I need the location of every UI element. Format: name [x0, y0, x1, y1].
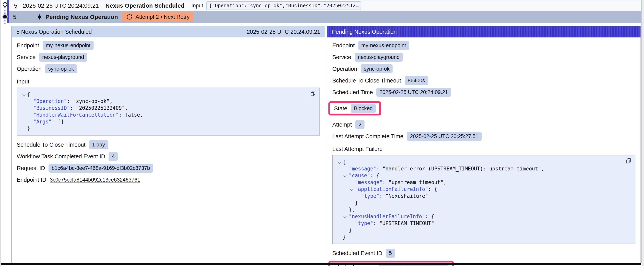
json-text: {: [343, 159, 346, 165]
input-section-label: Input: [17, 78, 320, 85]
event-detail-panels: 5 Nexus Operation Scheduled 2025-02-25 U…: [11, 26, 641, 263]
json-key: "HandlerWaitForCancellation": [33, 112, 119, 118]
json-line: {: [336, 159, 631, 165]
right-panel-body: Endpoint my-nexus-endpoint Service nexus…: [327, 38, 640, 266]
json-text: },: [336, 207, 355, 212]
left-panel-timestamp: 2025-02-25 UTC 20:24:09.21: [247, 29, 320, 35]
field-value-chip: sync-op-ok: [360, 64, 392, 73]
collapse-caret-icon[interactable]: [336, 159, 343, 165]
event-title: Pending Nexus Operation: [46, 14, 118, 20]
json-text: [336, 193, 361, 199]
json-line: "applicationFailureInfo": {: [336, 186, 631, 193]
field-value-chip: 2025-02-25 UTC 20:24:09.21: [376, 88, 451, 97]
json-line: "BusinessID": "20250225122409",: [21, 105, 316, 112]
field-label: Request ID: [17, 165, 45, 171]
left-panel-body: Endpoint my-nexus-endpoint Service nexus…: [12, 38, 325, 263]
bottom-divider-line: [1, 263, 641, 265]
field-label: Operation: [332, 66, 357, 72]
json-key: "applicationFailureInfo": [355, 186, 428, 192]
json-line: "nexusHandlerFailureInfo": {: [336, 213, 631, 220]
field-label: Scheduled Time: [332, 89, 373, 96]
copy-button[interactable]: [310, 90, 316, 97]
failure-json-block: { "message": "handler error (UPSTREAM_TI…: [332, 155, 636, 244]
field-value-chip: my-nexus-endpoint: [358, 41, 409, 50]
timeline-selection-bar: [7, 1, 9, 23]
copy-button[interactable]: [625, 158, 632, 164]
field-value-chip: 4: [108, 152, 118, 161]
field-value-chip: nexus-playground: [355, 53, 403, 62]
json-text: }: [336, 200, 358, 206]
json-text: }: [336, 234, 346, 240]
json-text: [21, 112, 33, 118]
json-line: }: [21, 125, 316, 132]
field-operation: Operation sync-op-ok: [17, 64, 320, 73]
json-text: [21, 98, 33, 104]
input-preview-chip[interactable]: {"Operation":"sync-op-ok","BusinessID":"…: [206, 1, 361, 10]
input-inline-label: Input: [192, 3, 203, 9]
field-label: Workflow Task Completed Event ID: [17, 153, 105, 160]
retry-badge-label: Attempt 2 • Next Retry: [136, 14, 190, 20]
json-line: "type": "UPSTREAM_TIMEOUT": [336, 220, 631, 227]
left-panel-header: 5 Nexus Operation Scheduled 2025-02-25 U…: [12, 26, 325, 38]
json-line: "Args": []: [21, 118, 316, 125]
field-endpoint-id: Endpoint ID 3c0c75ccfa8144b092c13ce63246…: [17, 175, 320, 184]
json-line: "Operation": "sync-op-ok",: [21, 98, 316, 105]
timeline-node-open-icon: [3, 2, 7, 7]
json-line: }: [336, 234, 631, 240]
field-value-chip: b1c6a4bc-8ee7-468a-9169-df3b02c8737b: [48, 164, 153, 173]
event-row-scheduled[interactable]: 5 2025-02-25 UTC 20:24:09.21 Nexus Opera…: [9, 1, 641, 11]
json-text: : "NexusFailure": [379, 193, 428, 199]
collapse-caret-icon[interactable]: [343, 213, 349, 220]
field-wft-completed-event-id: Workflow Task Completed Event ID 4: [17, 152, 320, 161]
event-row-pending[interactable]: 5 Pending Nexus Operation Attempt 2 • Ne…: [9, 11, 641, 23]
json-line: }: [336, 227, 631, 234]
collapse-caret-icon[interactable]: [21, 91, 27, 98]
event-timestamp: 2025-02-25 UTC 20:24:09.21: [23, 2, 99, 9]
json-text: : false,: [119, 112, 143, 118]
json-text: : "upstream timeout",: [382, 179, 446, 185]
collapse-caret-icon[interactable]: [343, 172, 349, 179]
field-state: State Blocked: [334, 104, 376, 113]
event-id-link[interactable]: 5: [13, 14, 16, 20]
window-left-border: [0, 0, 1, 266]
json-line: {: [21, 91, 316, 98]
field-value-chip: sync-op-ok: [45, 64, 77, 73]
field-label: Last Attempt Complete Time: [332, 133, 403, 140]
json-text: [336, 186, 349, 192]
json-text: [336, 173, 343, 178]
json-key: "type": [355, 220, 373, 226]
json-line: "cause": {: [336, 172, 631, 179]
last-attempt-failure-label: Last Attempt Failure: [332, 146, 636, 152]
field-value-chip: 2025-02-25 UTC 20:25:27.51: [407, 132, 482, 141]
field-label: Service: [17, 54, 36, 61]
json-key: "BusinessID": [33, 105, 70, 111]
panel-pending-nexus-operation: Pending Nexus Operation Endpoint my-nexu…: [327, 26, 641, 263]
field-label: Schedule To Close Timeout: [332, 77, 401, 84]
field-scheduled-time: Scheduled Time 2025-02-25 UTC 20:24:09.2…: [332, 88, 636, 97]
json-text: [21, 119, 33, 125]
event-id-link[interactable]: 5: [14, 2, 17, 9]
json-key: "message": [355, 179, 382, 185]
field-label: Endpoint: [332, 42, 355, 49]
json-text: : {: [370, 173, 379, 178]
field-attempt: Attempt 2: [332, 120, 636, 129]
field-label: Operation: [17, 66, 42, 72]
right-panel-header: Pending Nexus Operation: [327, 26, 640, 38]
endpoint-id-link[interactable]: 3c0c75ccfa8144b092c13ce632463761: [50, 177, 140, 183]
json-text: : "UPSTREAM_TIMEOUT": [373, 220, 434, 226]
json-key: "cause": [349, 173, 370, 178]
json-text: : "sync-op-ok",: [67, 98, 113, 104]
field-request-id: Request ID b1c6a4bc-8ee7-468a-9169-df3b0…: [17, 164, 320, 173]
field-schedule-to-close: Schedule To Close Timeout 1 day: [17, 140, 320, 149]
scrollbar[interactable]: [642, 0, 644, 266]
json-key: "message": [349, 166, 376, 172]
panel-nexus-operation-scheduled: 5 Nexus Operation Scheduled 2025-02-25 U…: [11, 26, 325, 263]
json-text: [336, 220, 355, 226]
field-service: Service nexus-playground: [332, 53, 636, 62]
json-text: : {: [425, 213, 434, 219]
field-endpoint: Endpoint my-nexus-endpoint: [17, 41, 320, 50]
json-line: },: [336, 206, 631, 213]
collapse-caret-icon[interactable]: [349, 186, 355, 193]
json-key: "Operation": [33, 98, 67, 104]
right-panel-title: Pending Nexus Operation: [332, 29, 397, 35]
